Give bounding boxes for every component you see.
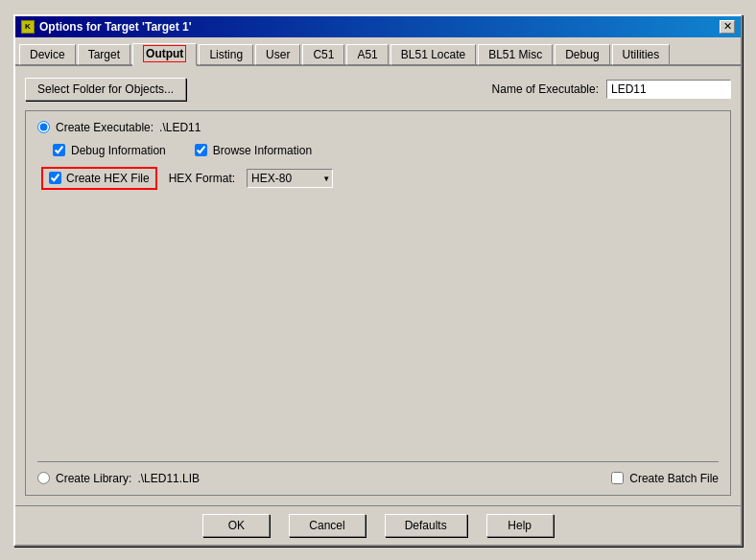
tab-utilities[interactable]: Utilities [612,44,671,65]
spacer [37,199,719,447]
tab-output-label: Output [143,45,186,62]
name-exe-group: Name of Executable: [492,80,731,99]
create-hex-label: Create HEX File [66,172,150,185]
tab-debug-label: Debug [565,48,599,61]
create-exe-radio[interactable] [37,121,50,133]
hex-format-select-wrapper: HEX-80 HEX-386 [247,169,333,188]
tab-device-label: Device [30,48,65,61]
tab-debug[interactable]: Debug [555,44,609,65]
tab-bar: Device Target Output Listing User C51 A5… [15,37,741,66]
create-batch-label: Create Batch File [629,472,719,485]
tab-user[interactable]: User [255,44,300,65]
browse-info-row: Browse Information [195,144,312,157]
tab-a51-label: A51 [357,48,377,61]
debug-info-checkbox[interactable] [53,144,65,156]
title-bar: K Options for Target 'Target 1' ✕ [15,16,741,37]
tab-listing-label: Listing [209,48,243,61]
create-library-value: .\LED11.LIB [137,472,200,485]
tab-target[interactable]: Target [78,44,130,65]
hex-format-label: HEX Format: [169,172,235,185]
create-hex-box: Create HEX File [41,167,157,190]
create-batch-checkbox[interactable] [611,472,624,484]
tab-a51[interactable]: A51 [346,44,388,65]
tab-utilities-label: Utilities [623,48,660,61]
tab-c51-label: C51 [313,48,334,61]
close-button[interactable]: ✕ [720,20,735,34]
button-bar: OK Cancel Defaults Help [15,505,741,545]
tab-device[interactable]: Device [19,44,76,65]
tab-bl51locate[interactable]: BL51 Locate [390,44,476,65]
cancel-button[interactable]: Cancel [289,514,365,537]
hex-format-select[interactable]: HEX-80 HEX-386 [247,169,333,188]
help-button[interactable]: Help [486,514,554,537]
create-exe-label: Create Executable: [56,121,154,134]
title-bar-left: K Options for Target 'Target 1' [21,20,192,34]
browse-info-checkbox[interactable] [195,144,207,156]
library-left: Create Library: .\LED11.LIB [37,472,200,485]
debug-info-label: Debug Information [71,144,166,157]
tab-bl51misc-label: BL51 Misc [488,48,542,61]
create-hex-checkbox[interactable] [49,172,61,184]
create-exe-row: Create Executable: .\LED11 [37,121,719,134]
create-exe-value: .\LED11 [159,121,201,134]
hex-row: Create HEX File HEX Format: HEX-80 HEX-3… [37,167,719,190]
window-title: Options for Target 'Target 1' [39,20,192,34]
create-library-radio[interactable] [37,472,50,484]
debug-info-row: Debug Information [53,144,166,157]
defaults-button[interactable]: Defaults [385,514,467,537]
tab-bl51locate-label: BL51 Locate [401,48,465,61]
browse-info-label: Browse Information [213,144,312,157]
create-library-label: Create Library: [56,472,131,485]
select-folder-button[interactable]: Select Folder for Objects... [25,78,186,101]
ok-button[interactable]: OK [202,514,270,537]
app-icon: K [21,20,35,34]
tab-user-label: User [266,48,290,61]
library-row: Create Library: .\LED11.LIB Create Batch… [37,461,719,485]
name-exe-label: Name of Executable: [492,82,599,96]
top-row: Select Folder for Objects... Name of Exe… [25,76,731,103]
library-right: Create Batch File [611,472,719,485]
name-exe-input[interactable] [606,80,731,99]
tab-c51[interactable]: C51 [302,44,344,65]
group-box: Create Executable: .\LED11 Debug Informa… [25,110,731,496]
checkboxes-line: Debug Information Browse Information [37,144,719,157]
tab-output[interactable]: Output [132,43,197,66]
tab-listing[interactable]: Listing [199,44,253,65]
tab-bl51misc[interactable]: BL51 Misc [478,44,553,65]
content-area: Select Folder for Objects... Name of Exe… [15,66,741,505]
main-window: K Options for Target 'Target 1' ✕ Device… [13,14,743,547]
tab-target-label: Target [88,48,120,61]
